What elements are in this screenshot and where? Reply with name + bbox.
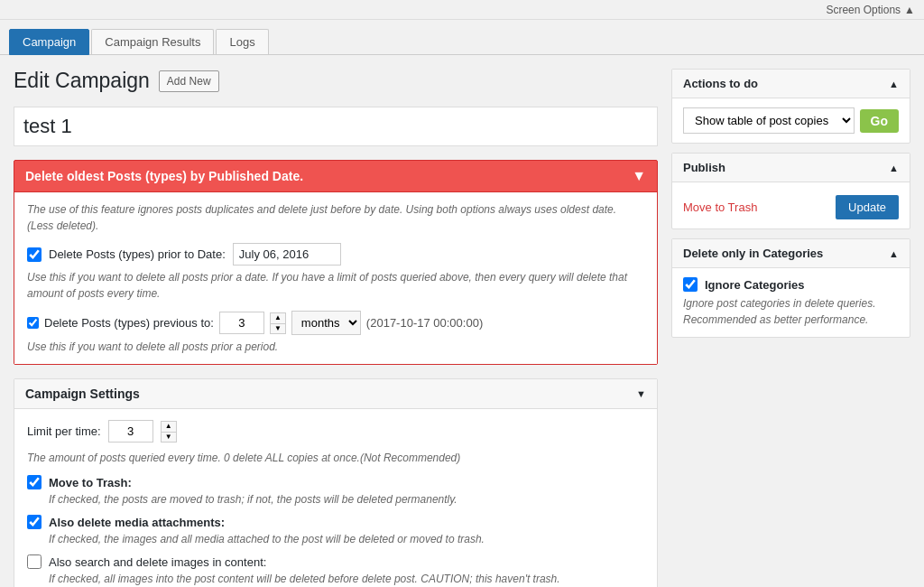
screen-options-label: Screen Options bbox=[826, 4, 901, 16]
limit-hint: The amount of posts queried every time. … bbox=[27, 450, 644, 466]
actions-panel-title: Actions to do bbox=[683, 77, 758, 90]
screen-options-arrow: ▲ bbox=[904, 4, 915, 16]
spin-up-button[interactable]: ▲ bbox=[270, 312, 286, 323]
actions-panel: Actions to do ▲ Show table of post copie… bbox=[671, 69, 910, 144]
update-button[interactable]: Update bbox=[836, 195, 899, 219]
go-button[interactable]: Go bbox=[860, 109, 899, 133]
move-to-trash-label: Move to Trash: bbox=[49, 476, 132, 489]
main-column: Edit Campaign Add New Delete oldest Post… bbox=[14, 69, 658, 587]
campaign-settings-title: Campaign Settings bbox=[25, 387, 140, 401]
page-title-wrap: Edit Campaign Add New bbox=[14, 69, 658, 93]
limit-label: Limit per time: bbox=[27, 424, 101, 438]
page-title: Edit Campaign bbox=[14, 69, 150, 93]
delete-prior-hint: Use this if you want to delete all posts… bbox=[27, 269, 644, 302]
publish-panel-header[interactable]: Publish ▲ bbox=[672, 154, 910, 182]
tab-campaign[interactable]: Campaign bbox=[9, 29, 89, 55]
move-to-trash-hint: If checked, the posts are moved to trash… bbox=[49, 491, 644, 508]
delete-previous-hint: Use this if you want to delete all posts… bbox=[27, 339, 644, 355]
delete-previous-row: Delete Posts (types) previous to: ▲ ▼ da… bbox=[27, 311, 644, 335]
sidebar: Actions to do ▲ Show table of post copie… bbox=[671, 69, 910, 587]
delete-media-label: Also delete media attachments: bbox=[49, 516, 225, 529]
tabs-bar: Campaign Campaign Results Logs bbox=[0, 20, 924, 55]
delete-previous-label: Delete Posts (types) previous to: bbox=[44, 316, 214, 330]
period-spinner: ▲ ▼ bbox=[270, 312, 286, 334]
campaign-settings-section: Campaign Settings ▼ Limit per time: ▲ ▼ … bbox=[14, 378, 658, 587]
delete-section: Delete oldest Posts (types) by Published… bbox=[14, 160, 658, 365]
settings-toggle-arrow: ▼ bbox=[636, 388, 646, 399]
period-select[interactable]: days weeks months years bbox=[291, 311, 361, 335]
delete-images-row: Also search and delete images in content… bbox=[27, 554, 644, 569]
move-to-trash-link[interactable]: Move to Trash bbox=[683, 200, 757, 214]
ignore-categories-row: Ignore Categories bbox=[683, 277, 899, 292]
delete-prior-label: Delete Posts (types) prior to Date: bbox=[49, 247, 226, 261]
campaign-settings-header[interactable]: Campaign Settings ▼ bbox=[14, 379, 657, 409]
ignore-categories-desc: Ignore post categories in delete queries… bbox=[683, 295, 899, 328]
limit-row: Limit per time: ▲ ▼ bbox=[27, 420, 644, 443]
screen-options-button[interactable]: Screen Options ▲ bbox=[826, 4, 915, 16]
actions-select[interactable]: Show table of post copies Delete posts V… bbox=[683, 107, 855, 134]
delete-images-checkbox[interactable] bbox=[27, 554, 42, 569]
delete-section-desc: The use of this feature ignores posts du… bbox=[27, 201, 644, 234]
categories-panel-title: Delete only in Categories bbox=[683, 247, 823, 260]
actions-collapse-arrow: ▲ bbox=[889, 79, 899, 89]
tab-logs[interactable]: Logs bbox=[216, 29, 268, 54]
limit-input[interactable] bbox=[108, 420, 153, 443]
delete-media-row: Also delete media attachments: bbox=[27, 515, 644, 529]
page-content: Edit Campaign Add New Delete oldest Post… bbox=[0, 55, 924, 587]
delete-images-label: Also search and delete images in content… bbox=[49, 555, 266, 569]
move-to-trash-group: Move to Trash: If checked, the posts are… bbox=[27, 475, 644, 508]
publish-actions: Move to Trash Update bbox=[683, 191, 899, 219]
actions-panel-body: Show table of post copies Delete posts V… bbox=[672, 98, 910, 143]
categories-panel: Delete only in Categories ▲ Ignore Categ… bbox=[671, 238, 910, 338]
actions-panel-header[interactable]: Actions to do ▲ bbox=[672, 70, 910, 98]
delete-section-title: Delete oldest Posts (types) by Published… bbox=[25, 169, 303, 183]
move-to-trash-checkbox[interactable] bbox=[27, 475, 42, 489]
delete-images-group: Also search and delete images in content… bbox=[27, 554, 644, 587]
delete-media-checkbox[interactable] bbox=[27, 515, 42, 529]
campaign-name-input[interactable] bbox=[14, 107, 658, 146]
delete-media-group: Also delete media attachments: If checke… bbox=[27, 515, 644, 547]
spin-down-button[interactable]: ▼ bbox=[270, 323, 286, 334]
delete-images-hint: If checked, all images into the post con… bbox=[49, 571, 644, 587]
move-to-trash-row: Move to Trash: bbox=[27, 475, 644, 489]
limit-spin-up[interactable]: ▲ bbox=[161, 421, 177, 432]
ignore-categories-label: Ignore Categories bbox=[705, 278, 805, 292]
delete-prior-row: Delete Posts (types) prior to Date: bbox=[27, 243, 644, 266]
period-num-input[interactable] bbox=[219, 312, 264, 334]
delete-media-hint: If checked, the images and all media att… bbox=[49, 531, 644, 547]
limit-spin-down[interactable]: ▼ bbox=[161, 432, 177, 443]
top-bar: Screen Options ▲ bbox=[0, 0, 924, 20]
delete-section-toggle: ▼ bbox=[632, 168, 646, 184]
ignore-categories-checkbox[interactable] bbox=[683, 277, 698, 292]
add-new-button[interactable]: Add New bbox=[159, 70, 219, 92]
publish-collapse-arrow: ▲ bbox=[889, 163, 899, 173]
delete-prior-date-input[interactable] bbox=[233, 243, 341, 266]
delete-previous-checkbox[interactable] bbox=[27, 317, 39, 329]
tab-campaign-results[interactable]: Campaign Results bbox=[91, 29, 214, 54]
delete-section-header[interactable]: Delete oldest Posts (types) by Published… bbox=[14, 161, 657, 191]
publish-panel-body: Move to Trash Update bbox=[672, 182, 910, 228]
actions-row: Show table of post copies Delete posts V… bbox=[683, 107, 899, 134]
categories-collapse-arrow: ▲ bbox=[889, 248, 899, 259]
publish-panel: Publish ▲ Move to Trash Update bbox=[671, 153, 910, 229]
period-date-display: (2017-10-17 00:00:00) bbox=[366, 316, 483, 330]
delete-section-body: The use of this feature ignores posts du… bbox=[14, 191, 657, 364]
delete-prior-checkbox[interactable] bbox=[27, 247, 42, 262]
categories-panel-header[interactable]: Delete only in Categories ▲ bbox=[672, 239, 910, 268]
categories-panel-body: Ignore Categories Ignore post categories… bbox=[672, 268, 910, 337]
limit-spinner: ▲ ▼ bbox=[161, 421, 177, 443]
campaign-settings-body: Limit per time: ▲ ▼ The amount of posts … bbox=[14, 409, 657, 587]
publish-panel-title: Publish bbox=[683, 161, 725, 174]
